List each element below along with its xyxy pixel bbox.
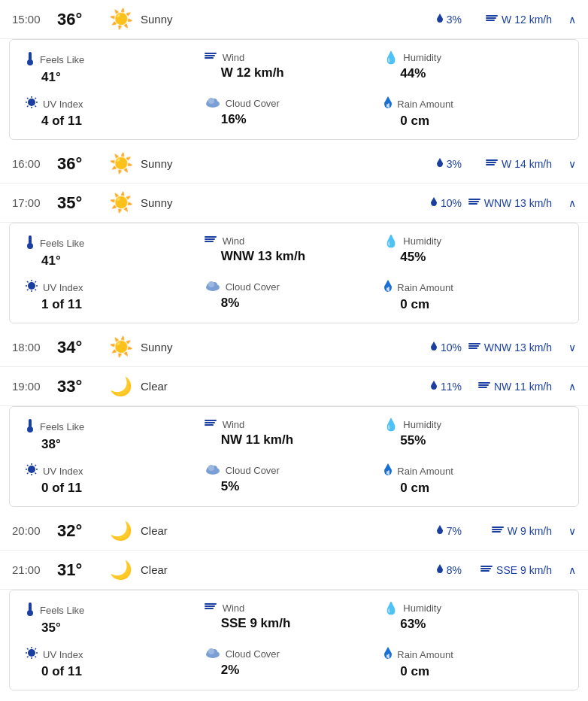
wind-speed: WNW 13 km/h [462,196,552,209]
humidity-label: Humidity [403,602,441,614]
svg-line-15 [35,98,37,99]
cloud-value: 5% [205,479,384,494]
cloud-icon [205,96,221,111]
sun-icon: ☀️ [109,8,133,30]
humidity-value: 55% [383,433,563,448]
expand-chevron[interactable]: ∨ [558,158,576,170]
svg-point-72 [208,465,214,471]
hour-row-1600[interactable]: 16:00 36° ☀️ Sunny 3% W 14 km/h ∨ [0,144,588,184]
feels-like-value: 41° [25,70,205,85]
svg-line-94 [27,657,29,658]
time-label: 19:00 [12,380,57,393]
cloud-label: Cloud Cover [226,98,280,109]
wind-value: W 12 km/h [205,65,384,80]
wind-detail-icon [205,417,218,431]
hour-row-2000[interactable]: 20:00 32° 🌙 Clear 7% W 9 km/h ∨ [0,511,588,551]
detail-wind: Wind NW 11 km/h [205,417,384,452]
uv-label: UV Index [43,99,83,110]
svg-point-20 [208,98,214,104]
thermometer-icon [25,50,35,68]
wind-value: NW 11 km/h [205,432,384,448]
wind-icon [468,196,481,207]
detail-row-top: Feels Like 41° Wind W 12 km/h 💧 Humidity… [25,50,563,85]
wind-value: SSE 9 km/h [205,616,384,631]
expand-chevron[interactable]: ∨ [558,341,576,354]
rain-amount-label: Rain Amount [397,649,453,660]
expand-chevron[interactable]: ∨ [558,525,576,537]
svg-line-42 [27,290,29,291]
wind-label: Wind [223,602,245,614]
detail-panel: Feels Like 41° Wind WNW 13 km/h 💧 Humidi… [9,223,579,323]
hour-row-2100[interactable]: 21:00 31° 🌙 Clear 8% SSE 9 km/h ∧ [0,551,588,590]
wind-speed: SSE 9 km/h [462,563,552,576]
weather-list: 15:00 36° ☀️ Sunny 3% W 12 km/h ∧ Feels … [0,0,588,690]
feels-like-label: Feels Like [40,421,84,432]
wind-speed: NW 11 km/h [462,380,552,393]
detail-cloud: Cloud Cover 5% [205,463,384,496]
svg-line-40 [35,290,37,291]
feels-like-value: 38° [25,437,205,452]
detail-feels-like: Feels Like 41° [25,234,205,269]
svg-point-4 [27,59,33,65]
cloud-value: 8% [205,296,384,311]
detail-row-top: Feels Like 41° Wind WNW 13 km/h 💧 Humidi… [25,234,563,269]
rain-amount-label: Rain Amount [397,466,453,477]
wind-detail-icon [205,234,218,247]
humidity-icon: 💧 [383,234,399,248]
wind-icon [485,13,499,23]
weather-icon: 🌙 [106,375,136,398]
humidity-label: Humidity [403,419,441,430]
svg-point-98 [208,648,214,654]
detail-rain-amount: Rain Amount 0 cm [383,646,563,679]
svg-point-56 [27,426,33,432]
cloud-value: 2% [205,663,384,678]
detail-row-bottom: UV Index 1 of 11 Cloud Cover 8% Rain [25,279,563,312]
rain-amount-value: 0 cm [383,297,563,312]
wind-icon [468,341,481,351]
hour-row-1500[interactable]: 15:00 36° ☀️ Sunny 3% W 12 km/h ∧ [0,0,588,39]
expand-chevron[interactable]: ∧ [558,197,576,209]
detail-panel: Feels Like 35° Wind SSE 9 km/h 💧 Humidit… [9,590,579,690]
expand-chevron[interactable]: ∧ [558,564,576,576]
condition-label: Sunny [136,13,409,26]
svg-point-60 [28,466,35,473]
svg-line-16 [27,106,29,108]
humidity-icon: 💧 [383,50,399,65]
expand-chevron[interactable]: ∧ [558,14,576,26]
detail-humidity: 💧 Humidity 63% [383,601,563,636]
hour-row-1900[interactable]: 19:00 33° 🌙 Clear 11% NW 11 km/h ∧ [0,367,588,406]
time-label: 21:00 [12,563,57,576]
rain-chance: 8% [409,563,462,576]
uv-value: 4 of 11 [25,114,205,129]
humidity-value: 63% [383,617,563,632]
detail-uv: UV Index 4 of 11 [25,96,205,129]
time-label: 16:00 [12,157,57,170]
sun-icon: ☀️ [109,191,133,214]
feels-like-value: 41° [25,253,205,269]
detail-cloud: Cloud Cover 16% [205,96,384,129]
detail-humidity: 💧 Humidity 45% [383,234,563,269]
wind-value: WNW 13 km/h [205,249,384,264]
svg-point-30 [27,243,33,249]
detail-cloud: Cloud Cover 8% [205,279,384,312]
time-label: 17:00 [12,196,57,209]
wind-icon [491,524,505,535]
detail-uv: UV Index 1 of 11 [25,279,205,312]
rain-chance: 10% [409,196,462,209]
weather-icon: 🌙 [106,558,136,581]
rain-drop-icon [436,157,444,168]
expand-chevron[interactable]: ∧ [558,381,576,393]
feels-like-value: 35° [25,621,205,636]
humidity-label: Humidity [403,52,441,63]
hour-row-1800[interactable]: 18:00 34° ☀️ Sunny 10% WNW 13 km/h ∨ [0,328,588,367]
svg-point-8 [28,99,35,106]
thermometer-icon [25,234,35,249]
humidity-value: 45% [383,250,563,265]
detail-rain-amount: Rain Amount 0 cm [383,96,563,129]
rain-chance: 7% [409,524,462,537]
hour-row-1700[interactable]: 17:00 35° ☀️ Sunny 10% WNW 13 km/h ∧ [0,184,588,223]
time-label: 15:00 [12,13,57,26]
detail-uv: UV Index 0 of 11 [25,646,205,679]
rain-drop-icon [430,341,438,351]
wind-speed: W 9 km/h [462,524,552,537]
